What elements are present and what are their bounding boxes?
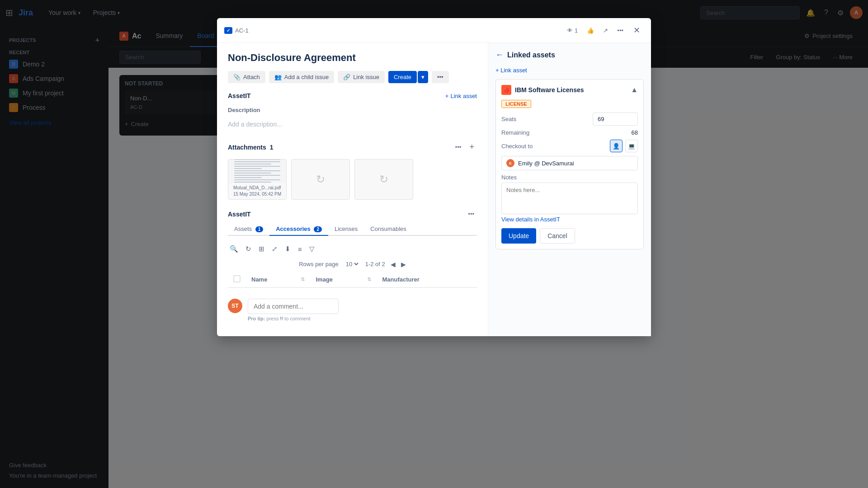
assetit-toolbar: 🔍 ↻ ⊞ ⤢ ⬇ ≡ ▽ xyxy=(228,241,477,258)
back-button[interactable]: ← xyxy=(495,50,504,60)
share-button[interactable]: ↗ xyxy=(600,25,611,36)
assetit-tab-accessories[interactable]: Accessories 2 xyxy=(269,223,328,236)
download-icon[interactable]: ⬇ xyxy=(283,243,292,255)
issue-type-icon: ✓ xyxy=(224,27,232,34)
collapse-asset-icon[interactable]: ▲ xyxy=(631,86,638,94)
attachments-more-button[interactable]: ••• xyxy=(453,142,464,152)
paperclip-icon: 📎 xyxy=(233,74,241,80)
more-actions-button[interactable]: ••• xyxy=(614,25,626,36)
modal-issue-title[interactable]: Non-Disclosure Agreement xyxy=(228,52,477,64)
assetit-more-button[interactable]: ••• xyxy=(465,209,477,219)
checkout-device-icon[interactable]: 💻 xyxy=(625,140,638,152)
attachment-pdf[interactable]: Mutual_NDA_D...rai.pdf 15 May 2024, 05:4… xyxy=(228,159,287,200)
thumbsup-icon: 👍 xyxy=(587,27,594,34)
ellipsis-icon: ••• xyxy=(617,27,623,34)
attachments-grid: Mutual_NDA_D...rai.pdf 15 May 2024, 05:4… xyxy=(228,159,477,200)
refresh-icon[interactable]: ↻ xyxy=(244,243,253,255)
link-icon: 🔗 xyxy=(343,74,350,80)
assetit-section: AssetIT ••• Assets 1 Accessories 2 Licen… xyxy=(228,209,477,288)
pagination-info: 1-2 of 2 xyxy=(365,261,385,267)
description-section: Description Add a description... xyxy=(228,107,477,131)
share-icon: ↗ xyxy=(603,27,608,34)
modal-action-toolbar: 📎 Attach 👥 Add a child issue 🔗 Link issu… xyxy=(228,71,477,83)
checkout-field: Checkout to 👤 💻 xyxy=(501,140,638,152)
modal-close-button[interactable]: ✕ xyxy=(630,23,644,37)
notes-textarea[interactable] xyxy=(501,183,638,214)
license-badge: LICENSE xyxy=(501,100,531,108)
col-image-header: Image ⇅ xyxy=(310,272,377,288)
pagination-next[interactable]: ▶ xyxy=(401,261,406,268)
eye-icon: 👁 xyxy=(567,27,573,34)
update-button[interactable]: Update xyxy=(501,228,536,244)
link-asset-button-top[interactable]: + Link asset xyxy=(445,93,477,99)
modal-right-panel: ← Linked assets + Link asset 🔴 IBM Softw… xyxy=(488,43,651,336)
modal-left-panel: Non-Disclosure Agreement 📎 Attach 👥 Add … xyxy=(217,43,488,336)
issue-modal: ✓ AC-1 👁 1 👍 ↗ ••• ✕ xyxy=(217,18,651,336)
columns-icon[interactable]: ≡ xyxy=(296,244,304,255)
right-action-buttons: Update Cancel xyxy=(501,228,638,244)
create-button[interactable]: Create xyxy=(388,71,417,83)
rows-per-page-select[interactable]: 10 20 50 xyxy=(344,260,360,268)
like-button[interactable]: 👍 xyxy=(584,25,597,36)
attachment-filename: Mutual_NDA_D...rai.pdf 15 May 2024, 05:4… xyxy=(231,183,284,199)
attachment-loading-2[interactable]: ↻ xyxy=(354,159,413,200)
remaining-field: Remaining 68 xyxy=(501,129,638,136)
checkout-user-icon[interactable]: 👤 xyxy=(610,140,623,152)
assetit-pagination-bar: Rows per page 10 20 50 1-2 of 2 ◀ ▶ xyxy=(228,258,477,272)
seats-input[interactable] xyxy=(593,113,638,126)
create-dropdown: Create ▾ xyxy=(388,71,428,83)
modal-topbar: ✓ AC-1 👁 1 👍 ↗ ••• ✕ xyxy=(217,18,651,43)
create-dropdown-arrow[interactable]: ▾ xyxy=(418,71,428,83)
assetit-table: Name ⇅ Image ⇅ xyxy=(228,272,477,288)
modal-topbar-actions: 👁 1 👍 ↗ ••• ✕ xyxy=(564,23,644,37)
search-icon[interactable]: 🔍 xyxy=(228,243,240,255)
add-child-issue-button[interactable]: 👥 Add a child issue xyxy=(269,71,334,83)
asset-it-link-row: AssetIT + Link asset xyxy=(228,92,477,99)
grid-view-icon[interactable]: ⊞ xyxy=(257,243,266,255)
checkout-user-field: E Emily @ DevSamurai xyxy=(501,156,638,170)
plus-icon: + xyxy=(445,93,449,99)
issue-id: ✓ AC-1 xyxy=(224,27,249,34)
assetit-header: AssetIT ••• xyxy=(228,209,477,219)
right-panel-header: ← Linked assets xyxy=(495,50,644,60)
link-issue-button[interactable]: 🔗 Link issue xyxy=(338,71,385,83)
seats-field: Seats xyxy=(501,113,638,126)
fullscreen-icon[interactable]: ⤢ xyxy=(270,243,279,255)
view-details-link[interactable]: View details in AssetIT xyxy=(501,216,638,223)
comment-section: ST Pro tip: press M to comment xyxy=(228,293,477,327)
attach-button[interactable]: 📎 Attach xyxy=(228,71,265,83)
watch-button[interactable]: 👁 1 xyxy=(564,25,580,36)
assetit-tab-consumables[interactable]: Consumables xyxy=(364,223,413,236)
more-toolbar-button[interactable]: ••• xyxy=(432,71,449,83)
filter-icon[interactable]: ▽ xyxy=(307,243,316,255)
cancel-button[interactable]: Cancel xyxy=(540,228,575,244)
modal-body: Non-Disclosure Agreement 📎 Attach 👥 Add … xyxy=(217,43,651,336)
comment-tip: Pro tip: press M to comment xyxy=(248,314,477,322)
asset-icon: 🔴 xyxy=(501,85,511,95)
child-icon: 👥 xyxy=(274,74,282,80)
col-name-header: Name ⇅ xyxy=(246,272,310,288)
attachment-loading-1[interactable]: ↻ xyxy=(291,159,350,200)
select-all-checkbox[interactable] xyxy=(233,275,241,282)
assetit-tab-licenses[interactable]: Licenses xyxy=(328,223,364,236)
comment-input[interactable] xyxy=(248,299,339,314)
attachments-header: Attachments 1 ••• + xyxy=(228,141,477,154)
emily-avatar: E xyxy=(506,159,514,167)
attachments-section: Attachments 1 ••• + xyxy=(228,141,477,200)
assetit-tab-assets[interactable]: Assets 1 xyxy=(228,223,269,236)
pagination-prev[interactable]: ◀ xyxy=(391,261,396,268)
notes-label: Notes xyxy=(501,174,638,181)
linked-asset-card: 🔴 IBM Software Licenses ▲ LICENSE Seats … xyxy=(495,79,644,249)
description-input[interactable]: Add a description... xyxy=(228,117,477,131)
commenter-avatar: ST xyxy=(228,299,242,313)
attachments-add-button[interactable]: + xyxy=(467,141,477,154)
assetit-tabs: Assets 1 Accessories 2 Licenses Consumab… xyxy=(228,223,477,236)
link-asset-btn[interactable]: + Link asset xyxy=(495,67,644,74)
col-manufacturer-header: Manufacturer xyxy=(377,272,477,288)
modal-overlay: ✓ AC-1 👁 1 👍 ↗ ••• ✕ xyxy=(0,0,868,488)
